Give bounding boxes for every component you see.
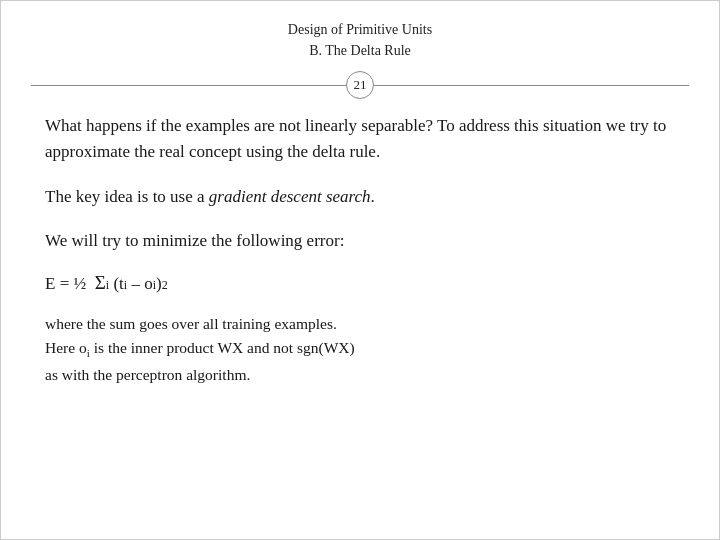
paragraph-separable: What happens if the examples are not lin…	[45, 113, 675, 166]
equation-power: 2	[162, 278, 168, 293]
paragraph-minimize-text: We will try to minimize the following er…	[45, 231, 344, 250]
slide-content: What happens if the examples are not lin…	[1, 105, 719, 539]
equation-t: (t	[109, 274, 124, 294]
paragraph-gradient: The key idea is to use a gradient descen…	[45, 184, 675, 210]
paragraph-gradient-prefix: The key idea is to use a	[45, 187, 209, 206]
header-line2: B. The Delta Rule	[41, 40, 679, 61]
slide: Design of Primitive Units B. The Delta R…	[0, 0, 720, 540]
paragraph-separable-text: What happens if the examples are not lin…	[45, 116, 666, 161]
paragraph-minimize: We will try to minimize the following er…	[45, 228, 675, 254]
gradient-descent-text: gradient descent search	[209, 187, 371, 206]
paragraph-gradient-suffix: .	[371, 187, 375, 206]
equation-block: E = ½ Σ i (t i – o i ) 2	[45, 272, 675, 294]
equation-sigma: Σ	[95, 272, 106, 294]
note-line2-prefix: Here o	[45, 339, 87, 356]
note-block: where the sum goes over all training exa…	[45, 312, 675, 386]
note-line2-suffix: is the inner product WX and not sgn(WX)	[90, 339, 355, 356]
note-line3: as with the perceptron algorithm.	[45, 366, 250, 383]
slide-header: Design of Primitive Units B. The Delta R…	[1, 1, 719, 61]
equation-minus-o: – o	[127, 274, 153, 294]
header-line1: Design of Primitive Units	[41, 19, 679, 40]
note-line1: where the sum goes over all training exa…	[45, 315, 337, 332]
equation-start: E = ½	[45, 274, 95, 294]
divider-row: 21	[1, 71, 719, 99]
page-number: 21	[346, 71, 374, 99]
